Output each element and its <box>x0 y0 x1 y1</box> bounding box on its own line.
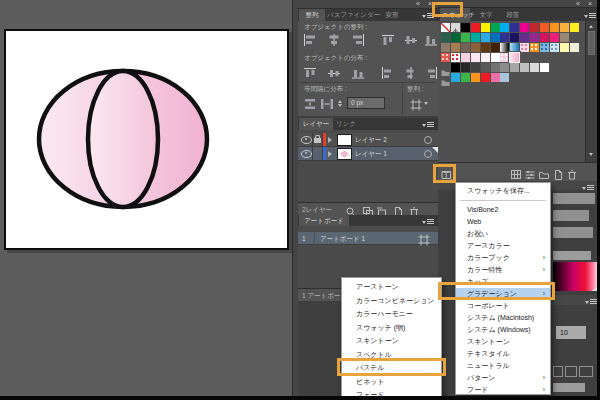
swatch-color[interactable] <box>471 63 480 72</box>
artboard[interactable] <box>4 29 289 250</box>
panel-menu-icon[interactable] <box>422 11 434 19</box>
align-to-selection-icon[interactable] <box>410 97 422 109</box>
stroke-weight-input[interactable]: 10 <box>556 326 586 339</box>
swatch-color[interactable] <box>481 63 490 72</box>
swatch-color[interactable] <box>461 23 470 32</box>
collapse-panel-icon[interactable]: « <box>576 0 580 8</box>
align-horizontal-left-icon[interactable] <box>303 33 317 46</box>
menu-item-color-combinations[interactable]: カラーコンビネーション <box>342 294 441 308</box>
artboard-row-selected[interactable]: 1 アートボード 1 <box>298 232 438 245</box>
swatch-color[interactable] <box>451 33 460 42</box>
cap-button[interactable] <box>579 366 593 377</box>
panel-menu-icon[interactable] <box>422 120 434 128</box>
menu-item-kids[interactable]: キッズ <box>456 276 550 288</box>
swatch-color[interactable] <box>461 53 470 62</box>
swatch-gradient[interactable] <box>510 43 519 52</box>
swatch-pattern[interactable] <box>520 43 529 52</box>
tab-transform[interactable]: 変形 <box>379 9 405 21</box>
swatch-gradient[interactable] <box>500 43 509 52</box>
layer-name[interactable]: レイヤー 2 <box>355 133 387 147</box>
swatch-color[interactable] <box>560 23 569 32</box>
menu-item-vignette[interactable]: ビネット <box>342 375 441 389</box>
swatch-color[interactable] <box>461 63 470 72</box>
swatch-color[interactable] <box>451 63 460 72</box>
distribute-vertical-spacing-icon[interactable] <box>303 97 317 110</box>
swatch-scrollbar[interactable] <box>585 21 597 162</box>
artboard-icon[interactable] <box>418 232 430 244</box>
swatch-color[interactable] <box>451 73 460 82</box>
align-to-dropdown-icon[interactable] <box>424 102 428 107</box>
menu-item-swatches-bright[interactable]: スウォッチ (明) <box>342 321 441 335</box>
menu-item-textiles[interactable]: テキスタイル <box>456 348 550 360</box>
color-group-folder-icon[interactable] <box>441 73 450 82</box>
swatch-color[interactable] <box>500 63 509 72</box>
swatch-pattern[interactable] <box>540 43 549 52</box>
close-panel-icon[interactable]: × <box>588 0 592 8</box>
swatch-color[interactable] <box>510 23 519 32</box>
menu-item-system-macintosh[interactable]: システム (Macintosh) <box>456 312 550 324</box>
visibility-eye-icon[interactable] <box>301 150 312 158</box>
distribute-horizontal-right-icon[interactable] <box>424 66 438 79</box>
close-panel-icon[interactable]: × <box>428 0 432 8</box>
menu-item-foods[interactable]: フード› <box>456 384 550 395</box>
menu-item-earthtones[interactable]: アーストーン <box>342 280 441 294</box>
layer-row[interactable]: レイヤー 2 <box>298 133 438 147</box>
swatch-color[interactable] <box>481 53 490 62</box>
swatch-color[interactable] <box>481 23 490 32</box>
swatch-pattern[interactable] <box>441 53 450 62</box>
spacing-input[interactable]: 0 px <box>347 97 385 109</box>
cap-button[interactable] <box>553 366 563 377</box>
menu-item-pastels[interactable]: パステル <box>342 361 441 375</box>
distribute-vertical-bottom-icon[interactable] <box>351 66 365 79</box>
swatch-color[interactable] <box>510 33 519 42</box>
distribute-vertical-center-icon[interactable] <box>327 66 341 79</box>
swatch-color[interactable] <box>491 63 500 72</box>
swatch-color[interactable] <box>461 43 470 52</box>
menu-item-color-books[interactable]: カラーブック› <box>456 252 550 264</box>
swatch-color[interactable] <box>471 53 480 62</box>
tab-swatches[interactable]: スウォッチ <box>440 8 470 21</box>
menu-item-skintones[interactable]: スキントーン <box>456 336 550 348</box>
tab-artboards[interactable]: アートボード <box>299 215 349 226</box>
scrollbar-thumb[interactable] <box>588 31 595 55</box>
align-vertical-bottom-icon[interactable] <box>424 33 438 46</box>
swatch-color[interactable] <box>540 33 549 42</box>
show-swatch-kinds-icon[interactable] <box>510 167 522 179</box>
swatch-color[interactable] <box>500 23 509 32</box>
swatch-color[interactable] <box>481 43 490 52</box>
swatch-libraries-menu-icon[interactable] <box>441 167 453 179</box>
menu-item-visibone2[interactable]: VisiBone2 <box>456 204 550 216</box>
panel-menu-icon[interactable] <box>585 297 597 305</box>
menu-item-skintones-gradient[interactable]: スキントーン <box>342 334 441 348</box>
distribute-vertical-top-icon[interactable] <box>303 66 317 79</box>
menu-item-color-harmonies[interactable]: カラーハーモニー <box>342 307 441 321</box>
swatch-registration[interactable] <box>451 23 460 32</box>
target-circle-icon[interactable] <box>424 150 432 158</box>
swatch-color[interactable] <box>491 33 500 42</box>
swatch-color[interactable] <box>451 43 460 52</box>
layer-thumbnail[interactable] <box>337 134 352 146</box>
swatch-color[interactable] <box>560 43 569 52</box>
inner-ellipse-shape[interactable] <box>88 71 158 207</box>
align-vertical-top-icon[interactable] <box>381 33 395 46</box>
swatch-color[interactable] <box>441 33 450 42</box>
new-color-group-icon[interactable] <box>538 167 550 179</box>
tab-align[interactable]: 整列 <box>299 9 325 21</box>
delete-swatch-icon[interactable] <box>566 167 578 179</box>
scroll-down-icon[interactable] <box>589 153 593 158</box>
artboard-name[interactable]: アートボード 1 <box>320 232 365 245</box>
swatch-color[interactable] <box>500 73 509 82</box>
color-group-folder-icon[interactable] <box>441 63 450 72</box>
menu-item-neutral[interactable]: ニュートラル <box>456 360 550 372</box>
target-circle-icon[interactable] <box>424 136 432 144</box>
swatch-selected-gradient[interactable] <box>510 53 519 62</box>
tab-links[interactable]: リンク <box>333 118 359 130</box>
new-swatch-icon[interactable] <box>552 167 564 179</box>
color-spectrum[interactable] <box>553 262 599 291</box>
visibility-eye-icon[interactable] <box>301 136 312 144</box>
expand-arrow-icon[interactable] <box>328 137 335 143</box>
panel-menu-icon[interactable] <box>582 183 594 191</box>
swatch-pattern[interactable] <box>451 53 460 62</box>
swatch-color[interactable] <box>491 53 500 62</box>
swatch-options-icon[interactable] <box>524 167 536 179</box>
